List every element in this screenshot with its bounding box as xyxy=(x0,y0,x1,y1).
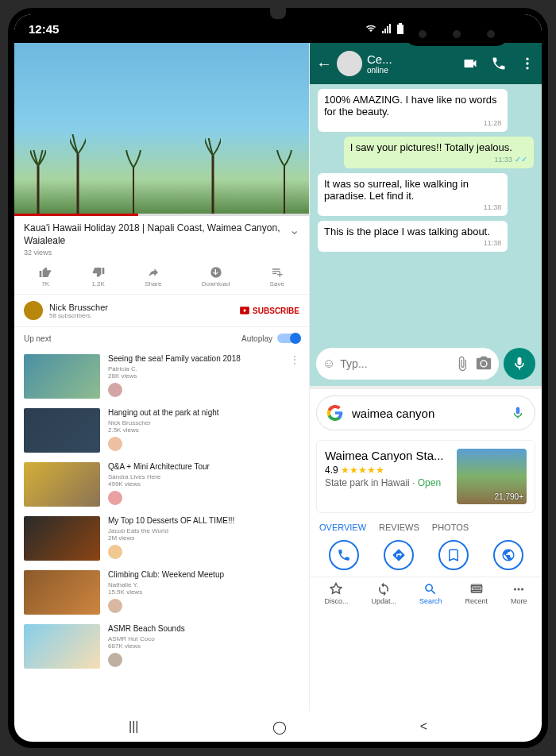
video-call-icon[interactable] xyxy=(462,56,478,71)
search-bar[interactable] xyxy=(316,395,535,430)
video-item-avatar[interactable] xyxy=(108,383,122,397)
video-item-title: Climbing Club: Weekend Meetup xyxy=(108,570,299,580)
svg-point-12 xyxy=(518,588,520,591)
message-text: I saw your pictures!! Totally jealous. xyxy=(350,141,527,153)
message-time: 11:33✓✓ xyxy=(350,155,527,164)
video-item-channel: ASMR Hot Coco xyxy=(108,635,299,642)
attach-icon[interactable] xyxy=(454,356,470,372)
status-time: 12:45 xyxy=(29,22,59,36)
tab-photos[interactable]: PHOTOS xyxy=(432,523,469,532)
contact-avatar[interactable] xyxy=(337,51,362,76)
message-incoming[interactable]: 100% AMAZING. I have like no words for t… xyxy=(318,89,508,132)
call-button[interactable] xyxy=(329,540,359,570)
nav-discover[interactable]: Disco... xyxy=(324,582,348,605)
video-item-title: ASMR Beach Sounds xyxy=(108,624,299,634)
message-input[interactable] xyxy=(340,357,450,370)
chevron-down-icon[interactable]: ⌄ xyxy=(289,222,299,237)
message-input-box[interactable]: ☺ xyxy=(316,348,499,380)
message-incoming[interactable]: It was so surreal, like walking in parad… xyxy=(318,173,508,216)
download-button[interactable]: Download xyxy=(202,266,230,287)
save-button[interactable]: Save xyxy=(270,266,284,287)
svg-point-7 xyxy=(526,62,528,64)
chat-area[interactable]: 100% AMAZING. I have like no words for t… xyxy=(310,84,542,345)
website-button[interactable] xyxy=(493,540,523,570)
video-item-avatar[interactable] xyxy=(108,653,122,667)
video-list[interactable]: Seeing the sea! Family vacation 2018 Pat… xyxy=(14,349,309,712)
open-status: Open xyxy=(418,477,441,488)
save-place-button[interactable] xyxy=(438,540,469,570)
nav-more[interactable]: More xyxy=(511,582,527,605)
video-item-avatar[interactable] xyxy=(108,599,122,613)
autoplay-toggle[interactable] xyxy=(277,334,299,343)
nav-updates[interactable]: Updat... xyxy=(371,582,396,605)
tab-reviews[interactable]: REVIEWS xyxy=(379,523,419,532)
battery-icon xyxy=(396,23,404,34)
video-item-title: My Top 10 Desserts OF ALL TIME!!! xyxy=(108,516,299,526)
read-ticks-icon: ✓✓ xyxy=(515,155,527,164)
video-item-avatar[interactable] xyxy=(108,491,122,505)
wifi-icon xyxy=(365,24,377,33)
channel-name[interactable]: Nick Brusscher xyxy=(49,303,233,312)
star-icon: ★★★★★ xyxy=(341,465,384,476)
status-icons xyxy=(365,23,404,34)
video-item[interactable]: ASMR Beach Sounds ASMR Hot Coco 687K vie… xyxy=(14,619,309,673)
back-button[interactable]: < xyxy=(420,719,427,734)
video-thumbnail[interactable] xyxy=(24,516,100,561)
video-item-views: 28K views xyxy=(108,372,299,380)
video-item-avatar[interactable] xyxy=(108,437,122,451)
message-outgoing[interactable]: I saw your pictures!! Totally jealous.11… xyxy=(344,137,534,168)
back-icon[interactable]: ← xyxy=(316,55,332,73)
search-input[interactable] xyxy=(352,407,503,420)
tab-overview[interactable]: OVERVIEW xyxy=(319,523,366,532)
contact-name[interactable]: Ce... xyxy=(367,52,458,66)
video-item[interactable]: My Top 10 Desserts OF ALL TIME!!! Jacob … xyxy=(14,511,309,565)
dislike-button[interactable]: 1.2K xyxy=(91,266,104,287)
video-progress[interactable] xyxy=(14,214,309,216)
video-item[interactable]: Q&A + Mini Architecture Tour Sandra Live… xyxy=(14,457,309,511)
video-thumbnail[interactable] xyxy=(24,408,100,453)
channel-avatar[interactable] xyxy=(24,301,43,320)
mic-button[interactable] xyxy=(504,348,535,380)
message-incoming[interactable]: This is the place I was talking about.11… xyxy=(318,221,508,252)
more-icon[interactable] xyxy=(519,56,535,71)
video-item-title: Seeing the sea! Family vacation 2018 xyxy=(108,354,299,364)
video-item-channel: Nathalie Y. xyxy=(108,581,299,588)
voice-search-icon[interactable] xyxy=(511,406,525,420)
video-thumbnail[interactable] xyxy=(24,624,100,669)
result-card[interactable]: Waimea Canyon Sta... 4.9 ★★★★★ State par… xyxy=(316,440,535,513)
subscribe-button[interactable]: SUBSCRIBE xyxy=(239,305,299,316)
voice-call-icon[interactable] xyxy=(491,56,507,71)
video-item-views: 499K views xyxy=(108,480,299,488)
result-title: Waimea Canyon Sta... xyxy=(325,449,449,463)
video-item-avatar[interactable] xyxy=(108,545,122,559)
video-thumbnail[interactable] xyxy=(24,354,100,399)
directions-button[interactable] xyxy=(384,540,414,570)
more-options-icon[interactable]: ⋮ xyxy=(290,354,299,365)
video-thumbnail[interactable] xyxy=(24,570,100,615)
recents-button[interactable]: ||| xyxy=(129,719,138,734)
result-type: State park in Hawaii xyxy=(325,477,410,488)
result-image[interactable]: 21,790+ xyxy=(457,449,527,504)
message-time: 11:38 xyxy=(324,203,501,211)
message-text: This is the place I was talking about. xyxy=(324,226,501,237)
video-thumbnail[interactable] xyxy=(24,462,100,507)
emoji-icon[interactable]: ☺ xyxy=(322,357,335,371)
svg-point-13 xyxy=(521,588,523,591)
video-item-views: 687K views xyxy=(108,642,299,650)
home-button[interactable]: ◯ xyxy=(272,719,287,735)
video-item-channel: Jacob Eats the World xyxy=(108,527,299,534)
photo-count: 21,790+ xyxy=(495,492,523,501)
nav-search[interactable]: Search xyxy=(419,582,442,605)
signal-icon xyxy=(381,24,392,33)
video-item[interactable]: Seeing the sea! Family vacation 2018 Pat… xyxy=(14,349,309,403)
video-item[interactable]: Climbing Club: Weekend Meetup Nathalie Y… xyxy=(14,565,309,619)
video-item[interactable]: Hanging out at the park at night Nick Br… xyxy=(14,403,309,457)
camera-icon[interactable] xyxy=(475,355,492,372)
result-rating: 4.9 xyxy=(325,465,338,476)
video-player[interactable] xyxy=(14,43,309,214)
share-button[interactable]: Share xyxy=(145,266,161,287)
video-title: Kaua'i Hawaii Holiday 2018 | Napali Coas… xyxy=(24,222,289,247)
nav-recent[interactable]: Recent xyxy=(465,582,488,605)
like-button[interactable]: 7K xyxy=(39,266,52,287)
message-text: It was so surreal, like walking in parad… xyxy=(324,178,501,202)
